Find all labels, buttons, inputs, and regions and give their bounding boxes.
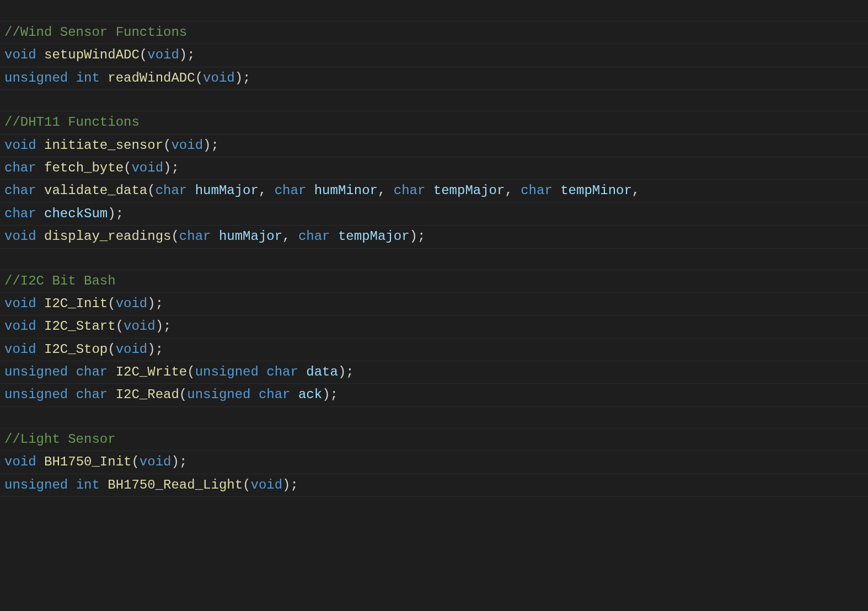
function-name: fetch_byte — [44, 160, 124, 175]
code-line-blank[interactable] — [0, 90, 868, 111]
keyword: char — [76, 387, 108, 402]
parameter: humMajor — [219, 229, 282, 244]
keyword: void — [4, 296, 36, 311]
keyword: unsigned — [4, 387, 68, 402]
semicolon: ; — [163, 319, 171, 334]
comment-text: //I2C Bit Bash — [4, 274, 116, 288]
comment-text: //DHT11 Functions — [4, 115, 140, 130]
paren: ) — [322, 387, 330, 402]
code-editor[interactable]: //Wind Sensor Functions void setupWindAD… — [0, 0, 868, 497]
paren: ) — [179, 47, 187, 62]
code-line-blank[interactable] — [0, 0, 868, 22]
code-line-blank[interactable] — [0, 407, 868, 428]
paren: ) — [156, 319, 163, 334]
comment-text: //Light Sensor — [4, 432, 116, 447]
function-name: I2C_Init — [44, 296, 108, 311]
function-name: readWindADC — [108, 71, 195, 85]
semicolon: ; — [116, 206, 124, 221]
semicolon: ; — [417, 229, 425, 244]
keyword: int — [76, 71, 100, 85]
code-line-blank[interactable] — [0, 249, 868, 270]
paren: ) — [203, 138, 211, 153]
paren: ( — [171, 229, 179, 244]
keyword: void — [251, 478, 283, 492]
paren: ) — [147, 296, 155, 311]
keyword: char — [4, 160, 36, 175]
paren: ) — [163, 160, 171, 175]
code-line[interactable]: unsigned char I2C_Read(unsigned char ack… — [0, 384, 868, 406]
keyword: void — [147, 47, 179, 62]
code-line[interactable]: unsigned int BH1750_Read_Light(void); — [0, 474, 868, 497]
parameter: ack — [298, 387, 322, 402]
keyword: void — [203, 71, 235, 85]
comment-text: //Wind Sensor Functions — [4, 25, 187, 40]
paren: ( — [147, 183, 155, 198]
semicolon: ; — [187, 47, 195, 62]
keyword: void — [140, 454, 172, 469]
keyword: char — [275, 183, 307, 198]
parameter: humMinor — [314, 183, 378, 198]
parameter: tempMajor — [433, 183, 505, 198]
code-line[interactable]: char validate_data(char humMajor, char h… — [0, 180, 868, 202]
paren: ( — [108, 296, 115, 311]
keyword: char — [521, 183, 553, 198]
keyword: int — [76, 478, 100, 492]
keyword: void — [131, 160, 163, 175]
code-line-comment[interactable]: //Wind Sensor Functions — [0, 22, 868, 44]
keyword: char — [394, 183, 426, 198]
function-name: BH1750_Init — [44, 454, 131, 469]
function-name: initiate_sensor — [44, 138, 163, 153]
function-name: I2C_Start — [44, 319, 116, 334]
code-line[interactable]: void BH1750_Init(void); — [0, 451, 868, 474]
function-name: I2C_Stop — [44, 342, 108, 357]
code-line[interactable]: char checkSum); — [0, 203, 868, 226]
code-line[interactable]: void initiate_sensor(void); — [0, 135, 868, 157]
code-line[interactable]: unsigned char I2C_Write(unsigned char da… — [0, 361, 868, 384]
semicolon: ; — [346, 365, 353, 379]
code-line[interactable]: void I2C_Stop(void); — [0, 339, 868, 361]
code-line[interactable]: char fetch_byte(void); — [0, 157, 868, 180]
function-name: display_readings — [44, 229, 171, 244]
semicolon: ; — [156, 342, 163, 357]
comma: , — [282, 229, 290, 244]
keyword: char — [298, 229, 330, 244]
keyword: void — [4, 229, 36, 244]
keyword: void — [116, 296, 148, 311]
code-line-comment[interactable]: //Light Sensor — [0, 428, 868, 451]
comma: , — [505, 183, 512, 198]
code-line[interactable]: void setupWindADC(void); — [0, 44, 868, 67]
function-name: I2C_Write — [116, 365, 187, 379]
keyword: unsigned — [4, 365, 68, 379]
function-name: validate_data — [44, 183, 147, 198]
keyword: void — [4, 138, 36, 153]
keyword: char — [156, 183, 187, 198]
parameter: checkSum — [44, 206, 108, 221]
code-line[interactable]: unsigned int readWindADC(void); — [0, 67, 868, 90]
keyword: unsigned — [195, 365, 259, 379]
keyword: void — [124, 319, 156, 334]
keyword: void — [4, 47, 36, 62]
code-line[interactable]: void I2C_Init(void); — [0, 293, 868, 315]
paren: ) — [235, 71, 243, 85]
code-line-comment[interactable]: //I2C Bit Bash — [0, 270, 868, 293]
keyword: unsigned — [187, 387, 250, 402]
code-line[interactable]: void I2C_Start(void); — [0, 315, 868, 338]
paren: ) — [171, 454, 179, 469]
paren: ) — [147, 342, 155, 357]
keyword: char — [4, 206, 36, 221]
code-line-comment[interactable]: //DHT11 Functions — [0, 111, 868, 134]
keyword: void — [116, 342, 148, 357]
parameter: data — [306, 365, 338, 379]
paren: ) — [108, 206, 115, 221]
function-name: BH1750_Read_Light — [108, 478, 243, 492]
semicolon: ; — [243, 71, 250, 85]
paren: ) — [338, 365, 346, 379]
keyword: void — [4, 319, 36, 334]
paren: ( — [108, 342, 115, 357]
paren: ( — [124, 160, 131, 175]
paren: ( — [116, 319, 124, 334]
paren: ( — [163, 138, 171, 153]
code-line[interactable]: void display_readings(char humMajor, cha… — [0, 226, 868, 248]
comma: , — [632, 183, 640, 198]
keyword: char — [76, 365, 108, 379]
